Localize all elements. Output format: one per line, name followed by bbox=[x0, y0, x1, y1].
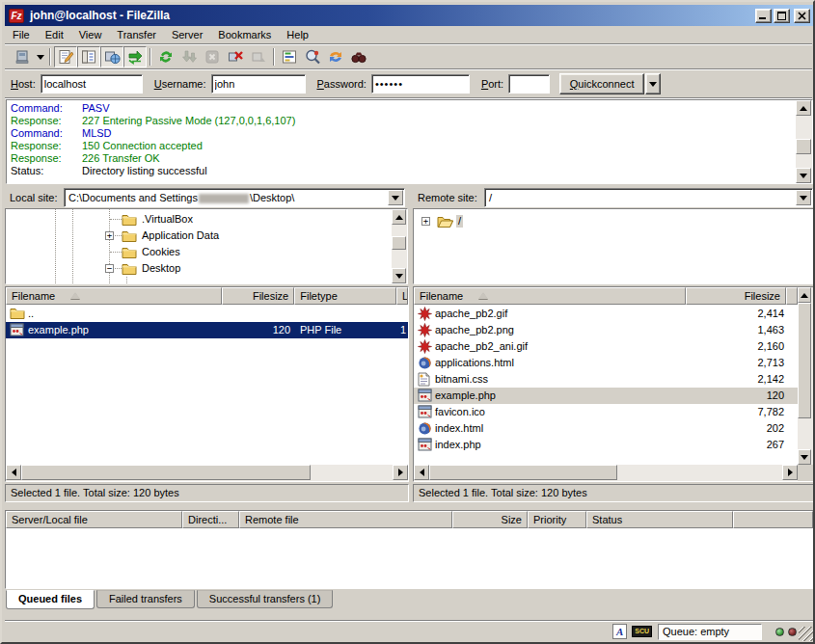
menu-server[interactable]: Server bbox=[164, 27, 210, 42]
log-scrollbar[interactable] bbox=[796, 100, 812, 183]
file-row[interactable]: applications.html 2,713 bbox=[414, 355, 798, 371]
scroll-thumb[interactable] bbox=[429, 465, 617, 480]
column-header-remote-file[interactable]: Remote file bbox=[239, 511, 452, 528]
data-type-indicator-icon[interactable]: A bbox=[612, 624, 627, 639]
app-icon[interactable]: Fz bbox=[9, 9, 24, 23]
scroll-left-button[interactable] bbox=[414, 465, 429, 480]
column-header-size[interactable]: Size bbox=[452, 511, 528, 528]
tab-successful-transfers[interactable]: Successful transfers (1) bbox=[197, 590, 334, 608]
column-header-stub bbox=[733, 511, 813, 528]
scroll-down-button[interactable] bbox=[796, 168, 811, 183]
tree-item-desktop[interactable]: − Desktop bbox=[6, 260, 407, 277]
file-row[interactable]: apache_pb2.png 1,463 bbox=[414, 322, 798, 338]
queue-status-field: Queue: empty bbox=[658, 624, 762, 640]
scroll-up-button[interactable] bbox=[796, 100, 811, 116]
username-input[interactable] bbox=[211, 74, 306, 94]
tree-item-application-data[interactable]: + Application Data bbox=[6, 228, 407, 244]
file-row-parent-dir[interactable]: .. bbox=[6, 306, 408, 322]
scroll-thumb[interactable] bbox=[21, 465, 311, 480]
menu-edit[interactable]: Edit bbox=[38, 27, 71, 42]
local-path-combo[interactable]: C:\Documents and Settings\Desktop\ bbox=[64, 188, 405, 207]
host-input[interactable] bbox=[41, 74, 143, 94]
password-input[interactable] bbox=[371, 74, 470, 94]
column-header-filename[interactable]: Filename bbox=[414, 287, 686, 305]
scroll-up-button[interactable] bbox=[392, 209, 406, 225]
php-file-icon bbox=[418, 389, 432, 402]
toggle-local-tree-button[interactable] bbox=[77, 46, 100, 67]
find-files-button[interactable] bbox=[347, 46, 370, 67]
tree-item-cookies[interactable]: Cookies bbox=[6, 244, 407, 260]
toggle-remote-tree-button[interactable] bbox=[100, 46, 123, 67]
scroll-down-button[interactable] bbox=[392, 268, 406, 283]
remote-path-combo[interactable]: / bbox=[484, 188, 813, 207]
toggle-message-log-button[interactable] bbox=[54, 46, 77, 67]
site-manager-button[interactable] bbox=[11, 46, 34, 67]
file-row[interactable]: bitnami.css 2,142 bbox=[414, 371, 798, 388]
menu-view[interactable]: View bbox=[71, 27, 110, 42]
cancel-operation-button[interactable] bbox=[201, 46, 224, 67]
column-header-filename[interactable]: Filename bbox=[6, 287, 222, 305]
scroll-thumb[interactable] bbox=[798, 303, 811, 418]
file-row-example-php[interactable]: example.php 120 PHP File 1 bbox=[6, 322, 408, 338]
speed-limit-indicator-icon[interactable]: SCU bbox=[632, 626, 652, 637]
scroll-right-button[interactable] bbox=[782, 465, 798, 480]
minimize-button[interactable] bbox=[755, 9, 772, 23]
expand-icon[interactable]: + bbox=[105, 231, 114, 240]
file-row-selected[interactable]: example.php 120 bbox=[414, 388, 798, 404]
queue-tabs: Queued files Failed transfers Successful… bbox=[6, 590, 335, 609]
column-header-status[interactable]: Status bbox=[586, 511, 733, 528]
local-horizontal-scrollbar[interactable] bbox=[6, 465, 408, 481]
quickconnect-button[interactable]: Quickconnect bbox=[559, 73, 644, 94]
resize-grip-icon[interactable] bbox=[799, 627, 813, 641]
toggle-transfer-queue-button[interactable] bbox=[123, 46, 147, 67]
column-header-filetype[interactable]: Filetype bbox=[294, 287, 396, 305]
scroll-left-button[interactable] bbox=[6, 465, 21, 480]
tree-item-root[interactable]: + / bbox=[414, 213, 813, 229]
remote-path-dropdown[interactable] bbox=[796, 190, 811, 205]
column-header-filesize[interactable]: Filesize bbox=[686, 287, 786, 305]
maximize-button[interactable] bbox=[774, 9, 790, 23]
local-tree-icon bbox=[80, 48, 97, 66]
file-row[interactable]: index.php 267 bbox=[414, 437, 798, 453]
column-header-priority[interactable]: Priority bbox=[528, 511, 586, 528]
file-row[interactable]: favicon.ico 7,782 bbox=[414, 404, 798, 420]
remote-horizontal-scrollbar[interactable] bbox=[414, 465, 798, 481]
scroll-up-button[interactable] bbox=[798, 287, 811, 303]
column-header-last-modified[interactable]: L bbox=[396, 287, 408, 305]
file-row[interactable]: apache_pb2_ani.gif 2,160 bbox=[414, 338, 798, 355]
quickconnect-dropdown[interactable] bbox=[645, 73, 661, 94]
menu-file[interactable]: File bbox=[5, 27, 38, 42]
maximize-icon bbox=[777, 12, 786, 20]
column-header-direction[interactable]: Directi... bbox=[182, 511, 239, 528]
menu-help[interactable]: Help bbox=[279, 27, 316, 42]
column-header-filesize[interactable]: Filesize bbox=[222, 287, 294, 305]
close-button[interactable] bbox=[794, 9, 810, 23]
scroll-down-button[interactable] bbox=[798, 449, 811, 465]
column-header-server-local-file[interactable]: Server/Local file bbox=[6, 511, 182, 528]
expand-icon[interactable]: + bbox=[421, 217, 430, 226]
menu-transfer[interactable]: Transfer bbox=[109, 27, 164, 42]
tab-failed-transfers[interactable]: Failed transfers bbox=[96, 590, 195, 608]
remote-vertical-scrollbar[interactable] bbox=[798, 287, 813, 465]
file-row[interactable]: apache_pb2.gif 2,414 bbox=[414, 306, 798, 322]
menu-bookmarks[interactable]: Bookmarks bbox=[210, 27, 279, 42]
scroll-thumb[interactable] bbox=[796, 139, 811, 154]
local-path-dropdown[interactable] bbox=[388, 190, 403, 205]
disconnect-button[interactable] bbox=[224, 46, 247, 67]
directory-comparison-button[interactable] bbox=[301, 46, 324, 67]
log-line: Status:Directory listing successful bbox=[11, 165, 812, 177]
site-manager-dropdown[interactable] bbox=[34, 46, 46, 67]
scroll-right-button[interactable] bbox=[393, 465, 408, 480]
synchronized-browsing-button[interactable] bbox=[324, 46, 347, 67]
collapse-icon[interactable]: − bbox=[105, 264, 114, 273]
tree-item-virtualbox[interactable]: .VirtualBox bbox=[6, 211, 407, 228]
refresh-button[interactable] bbox=[154, 46, 177, 67]
scroll-thumb[interactable] bbox=[392, 236, 406, 250]
directory-listing-filters-button[interactable] bbox=[278, 46, 301, 67]
port-input[interactable] bbox=[508, 74, 550, 94]
tab-queued-files[interactable]: Queued files bbox=[6, 590, 95, 609]
local-tree-scrollbar[interactable] bbox=[392, 209, 407, 283]
file-row[interactable]: index.html 202 bbox=[414, 420, 798, 437]
reconnect-button[interactable] bbox=[247, 46, 270, 67]
process-queue-button[interactable] bbox=[177, 46, 201, 67]
